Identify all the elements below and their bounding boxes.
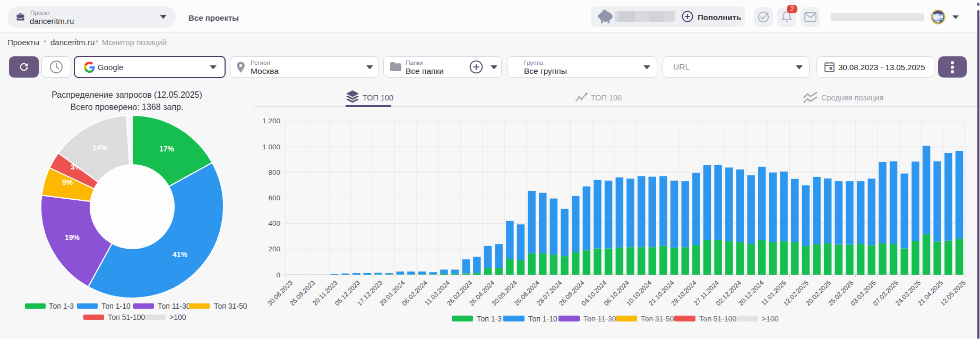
svg-text:400: 400 <box>268 219 280 227</box>
svg-text:0: 0 <box>276 271 280 279</box>
svg-text:200: 200 <box>268 245 280 253</box>
svg-text:800: 800 <box>268 168 280 176</box>
svg-text:1 200: 1 200 <box>262 117 280 125</box>
svg-text:600: 600 <box>268 194 280 202</box>
svg-text:1 000: 1 000 <box>262 143 280 151</box>
